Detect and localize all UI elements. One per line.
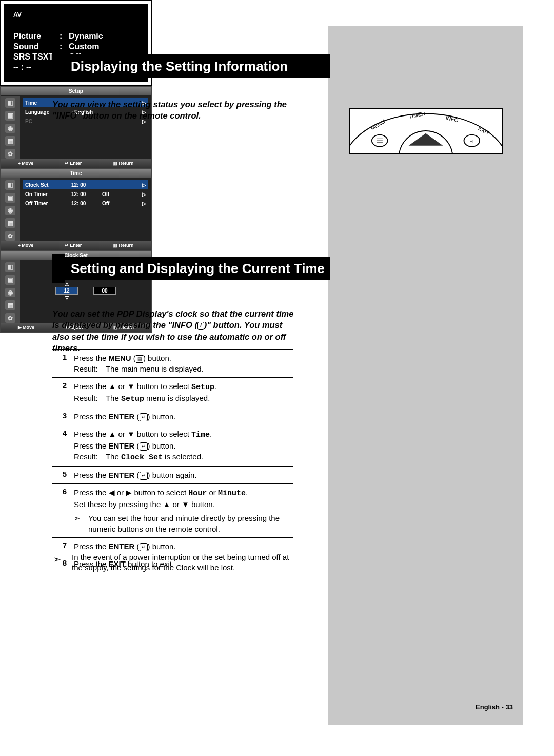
osd-setup-title: Setup — [1, 87, 151, 96]
page-footer: English - 33 — [476, 703, 513, 711]
step-row: 4Press the ▲ or ▼ button to select Time.… — [52, 425, 293, 467]
osd-footer-hint: ▥Return — [113, 243, 133, 248]
osd-menu-row: Clock Set12: 00▷ — [23, 180, 148, 189]
step-row: 2Press the ▲ or ▼ button to select Setup… — [52, 378, 293, 408]
step-row: 6Press the ◀ or ▶ button to select Hour … — [52, 484, 293, 538]
osd-category-icon: ◉ — [5, 124, 15, 133]
osd-category-icon: ✿ — [5, 231, 15, 241]
osd-time-title: Time — [1, 169, 151, 178]
osd-sidebar-icons: ◧▣◉▦✿ — [1, 96, 20, 159]
osd-time: -- : -- — [13, 63, 32, 72]
osd-category-icon: ◧ — [5, 98, 15, 108]
up-icon: ▲ — [163, 500, 170, 509]
osd-category-icon: ▦ — [5, 218, 15, 228]
osd-category-icon: ◉ — [5, 288, 15, 298]
right-icon: ▶ — [126, 488, 132, 497]
left-icon: ◀ — [109, 488, 115, 497]
section-1-title: Displaying the Setting Information — [71, 59, 288, 74]
final-note: ➣ In the event of a power interruption o… — [72, 552, 292, 573]
section-1-header: Displaying the Setting Information — [65, 54, 330, 78]
svg-point-0 — [350, 114, 502, 153]
osd-menu-row: Off Timer12: 00Off▷ — [23, 199, 148, 208]
step-row: 1Press the MENU (▤) button.Result: The m… — [52, 350, 293, 378]
osd-category-icon: ▣ — [5, 275, 15, 285]
osd-source-label: AV — [13, 11, 138, 18]
osd-sidebar-icons: ◧▣◉▦✿ — [1, 178, 20, 241]
osd-category-icon: ◉ — [5, 206, 15, 216]
up-icon: ▲ — [109, 382, 116, 391]
down-icon: ▼ — [127, 430, 135, 438]
osd-category-icon: ▣ — [5, 193, 15, 203]
osd-category-icon: ▦ — [5, 300, 15, 310]
enter-icon: ↵ — [140, 472, 148, 480]
down-icon: ▼ — [182, 500, 189, 509]
osd-category-icon: ▦ — [5, 136, 15, 146]
down-icon: ▼ — [127, 382, 135, 391]
osd-sidebar-icons: ◧▣◉▦✿ — [1, 260, 20, 323]
step-row: 3Press the ENTER (↵) button. — [52, 408, 293, 425]
section-2-header-bar — [52, 254, 65, 283]
steps-list: 1Press the MENU (▤) button.Result: The m… — [52, 349, 293, 572]
figure-remote-control: −I MENU TIMER INFO EXIT — [349, 108, 503, 154]
enter-icon: ↵ — [140, 413, 148, 421]
down-triangle-icon: ▽ — [55, 295, 78, 300]
section-1-header-bar — [52, 51, 65, 81]
menu-icon: ▤ — [136, 355, 143, 363]
osd-footer-hint: ♦Move — [18, 161, 34, 166]
figure-time-menu: Time ◧▣◉▦✿ Clock Set12: 00▷On Timer12: 0… — [0, 168, 152, 250]
osd-footer-hint: ▥Return — [113, 161, 133, 166]
osd-info-row: Picture:Dynamic — [13, 32, 138, 41]
note-arrow-icon: ➣ — [53, 553, 61, 566]
osd-category-icon: ◧ — [5, 262, 15, 272]
section-2-title: Setting and Displaying the Current Time — [71, 261, 325, 277]
up-icon: ▲ — [109, 430, 116, 438]
info-icon: i — [197, 322, 204, 330]
osd-category-icon: ✿ — [5, 313, 15, 323]
section-1-intro: You can view the setting status you sele… — [52, 99, 288, 122]
osd-footer-hint: ↵Enter — [65, 161, 82, 166]
enter-icon: ↵ — [140, 442, 148, 451]
osd-category-icon: ◧ — [5, 180, 15, 190]
clockset-minute-value: 00 — [93, 287, 116, 295]
section-2-header: Setting and Displaying the Current Time — [65, 257, 330, 280]
osd-category-icon: ▣ — [5, 111, 15, 121]
osd-footer-hint: ↵Enter — [65, 243, 82, 248]
osd-category-icon: ✿ — [5, 149, 15, 159]
osd-footer-hint: ♦Move — [18, 243, 34, 248]
osd-menu-row: On Timer12: 00Off▷ — [23, 189, 148, 199]
svg-text:−I: −I — [470, 139, 473, 144]
osd-footer-hint: ▶Move — [18, 325, 34, 330]
osd-info-row: Sound:Custom — [13, 42, 138, 51]
clockset-hour-value: 12 — [55, 287, 78, 295]
step-row: 5Press the ENTER (↵) button again. — [52, 467, 293, 484]
section-2-intro: You can set the PDP Display's clock so t… — [52, 308, 301, 354]
enter-icon: ↵ — [140, 543, 148, 551]
